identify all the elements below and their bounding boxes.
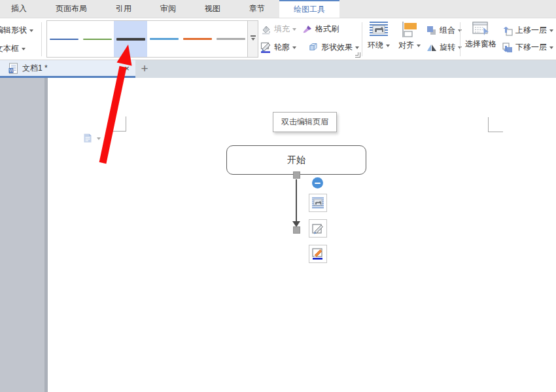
line-swatch — [116, 38, 145, 41]
menu-tab-6[interactable]: 章节 — [235, 0, 279, 18]
line-style-orange-thick-line[interactable] — [181, 21, 214, 57]
selection-pane-label: 选择窗格 — [465, 39, 496, 50]
page-icon — [82, 133, 93, 143]
selection-pane-icon — [472, 21, 490, 37]
group-button[interactable]: 组合 — [426, 25, 462, 36]
outline-pen-icon — [260, 42, 271, 53]
gallery-more-icon — [251, 35, 256, 37]
text-box-label: 文本框 — [0, 43, 19, 54]
send-backward-button[interactable]: 下移一层 — [502, 42, 553, 53]
connector-start-handle[interactable] — [293, 171, 300, 179]
line-swatch — [217, 38, 245, 40]
margin-corner-mark-right — [488, 117, 503, 132]
line-swatch — [50, 39, 78, 40]
page-settings-widget[interactable] — [82, 133, 101, 143]
start-flowchart-shape[interactable]: 开始 — [226, 145, 366, 175]
collapse-minus-button[interactable] — [312, 177, 323, 188]
line-swatch — [83, 39, 112, 40]
document-tab-bar: W 文档1 * × + — [0, 60, 556, 78]
chevron-down-icon — [292, 28, 296, 33]
chevron-down-icon — [22, 48, 26, 52]
shape-effects-button[interactable]: 形状效果 — [307, 42, 359, 53]
outline-color-pen-icon — [311, 247, 324, 260]
start-shape-label: 开始 — [287, 154, 305, 166]
svg-text:W: W — [9, 68, 14, 73]
text-box-button[interactable]: 文本框 — [0, 43, 26, 54]
line-style-gray-thick-line[interactable] — [214, 21, 247, 57]
send-backward-icon — [502, 43, 513, 53]
tooltip-text: 双击编辑页眉 — [281, 116, 328, 128]
tab-close-icon[interactable]: × — [122, 63, 132, 73]
connector-arrow-line[interactable] — [296, 179, 297, 223]
text-wrap-picture-icon — [311, 197, 324, 209]
rotate-objects-icon — [426, 43, 437, 53]
chevron-down-icon — [417, 45, 421, 49]
align-button[interactable]: 对齐 — [394, 21, 425, 51]
menu-tab-7[interactable]: 绘图工具 — [279, 0, 339, 18]
edit-shape-quick-button[interactable] — [309, 219, 327, 238]
wrap-button[interactable]: 环绕 — [364, 21, 394, 51]
new-tab-button[interactable]: + — [138, 62, 151, 76]
group-label: 组合 — [440, 25, 455, 36]
drawing-tools-ribbon: 编辑形状 文本框 填充 — [0, 18, 556, 60]
align-label: 对齐 — [398, 40, 414, 51]
menu-tab-1[interactable]: 插入 — [0, 0, 41, 18]
group-objects-icon — [426, 26, 437, 36]
fill-button[interactable]: 填充 — [261, 24, 296, 35]
document-tab[interactable]: W 文档1 * × — [0, 60, 135, 78]
line-style-blue-thin-line[interactable] — [47, 21, 80, 57]
format-painter-label: 格式刷 — [315, 24, 339, 35]
bring-forward-label: 上移一层 — [515, 25, 547, 36]
divider — [41, 22, 42, 56]
format-painter-button[interactable]: 格式刷 — [302, 24, 339, 35]
document-tab-title: 文档1 * — [22, 63, 48, 74]
document-canvas[interactable]: 双击编辑页眉 开始 — [0, 78, 556, 392]
gallery-more-button[interactable] — [247, 21, 258, 57]
menu-bar: 插入页面布局引用审阅视图章节绘图工具 — [0, 0, 556, 18]
header-edit-tooltip: 双击编辑页眉 — [273, 112, 337, 132]
chevron-down-icon — [549, 46, 553, 51]
menu-tab-5[interactable]: 视图 — [190, 0, 235, 18]
edit-shape-label: 编辑形状 — [0, 25, 27, 36]
outline-label: 轮廓 — [274, 42, 290, 53]
rotate-button[interactable]: 旋转 — [426, 42, 462, 53]
menu-tab-3[interactable]: 引用 — [101, 0, 146, 18]
chevron-down-icon — [251, 38, 255, 43]
chevron-down-icon — [292, 46, 296, 51]
divider — [362, 22, 362, 56]
selection-pane-button[interactable]: 选择窗格 — [463, 21, 498, 50]
connector-end-handle[interactable] — [293, 226, 300, 234]
line-swatch — [183, 38, 212, 40]
menu-tab-4[interactable]: 审阅 — [146, 0, 190, 18]
paint-bucket-icon — [261, 24, 271, 35]
layout-options-button[interactable] — [309, 194, 327, 212]
page-edge-shadow — [44, 78, 48, 392]
outline-button[interactable]: 轮廓 — [260, 42, 296, 53]
pencil-shape-icon — [311, 222, 324, 235]
chevron-down-icon — [386, 45, 390, 49]
dialog-launcher-icon[interactable] — [355, 52, 360, 58]
edit-shape-button[interactable]: 编辑形状 — [0, 25, 33, 36]
wrap-label: 环绕 — [368, 40, 383, 51]
divider — [460, 22, 460, 56]
document-file-icon: W — [9, 63, 18, 74]
format-painter-brush-icon — [302, 24, 313, 35]
line-style-light-blue-thick-line[interactable] — [147, 21, 181, 57]
margin-corner-mark-left — [113, 116, 126, 132]
chevron-down-icon — [549, 29, 553, 34]
send-backward-label: 下移一层 — [515, 42, 547, 53]
minus-icon — [315, 183, 321, 184]
line-style-green-thin-line[interactable] — [80, 21, 114, 57]
outline-color-quick-button[interactable] — [309, 245, 327, 263]
line-style-black-thick-line[interactable] — [114, 21, 147, 57]
bring-forward-icon — [502, 26, 513, 36]
shape-effects-label: 形状效果 — [321, 42, 353, 53]
bring-forward-button[interactable]: 上移一层 — [502, 25, 553, 36]
line-style-gallery — [46, 20, 258, 58]
fill-label: 填充 — [274, 24, 290, 35]
chevron-down-icon — [97, 137, 101, 142]
chevron-down-icon — [355, 46, 359, 51]
chevron-down-icon — [29, 29, 33, 34]
menu-tab-2[interactable]: 页面布局 — [41, 0, 101, 18]
wps-drawing-tools-window: 插入页面布局引用审阅视图章节绘图工具 编辑形状 文本框 — [0, 0, 556, 392]
